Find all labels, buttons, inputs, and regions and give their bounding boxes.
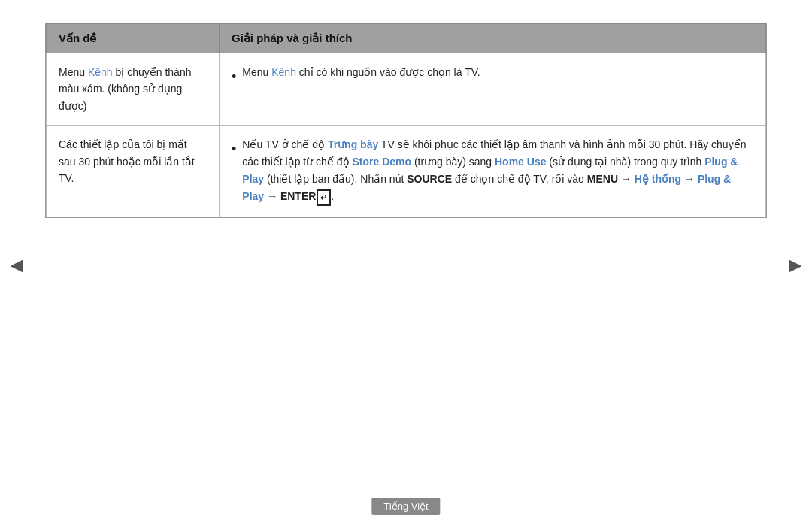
problem-cell-2: Các thiết lập của tôi bị mất sau 30 phút… [47,126,220,217]
solution-text-2: Nếu TV ở chế độ Trưng bày TV sẽ khôi phụ… [242,136,753,206]
kenh-highlight-2: Kênh [271,66,296,78]
footer-language-label: Tiếng Việt [371,498,440,515]
solution-list-2: • Nếu TV ở chế độ Trưng bày TV sẽ khôi p… [232,136,753,206]
solution-cell-1: • Menu Kênh chỉ có khi nguồn vào được ch… [220,53,766,126]
nav-arrow-right[interactable]: ► [785,253,806,277]
list-item: • Menu Kênh chỉ có khi nguồn vào được ch… [232,64,753,89]
solution-cell-2: • Nếu TV ở chế độ Trưng bày TV sẽ khôi p… [220,126,766,217]
content-table: Vấn đề Giải pháp và giải thích Menu Kênh… [46,23,766,217]
bullet-icon: • [232,66,236,89]
trung-bay-highlight: Trưng bày [328,138,378,150]
header-col2: Giải pháp và giải thích [220,24,766,53]
page-container: ◄ ► Vấn đề Giải pháp và giải thích Menu … [0,0,812,530]
enter-label: ENTER↵ [280,190,331,202]
table-header-row: Vấn đề Giải pháp và giải thích [47,24,766,53]
source-label: SOURCE [407,173,452,185]
home-use-highlight: Home Use [495,156,546,168]
store-demo-highlight: Store Demo [352,156,411,168]
kenh-highlight-1: Kênh [88,66,113,78]
header-col1: Vấn đề [47,24,220,53]
bullet-icon: • [232,138,236,161]
content-table-wrapper: Vấn đề Giải pháp và giải thích Menu Kênh… [45,23,767,218]
list-item: • Nếu TV ở chế độ Trưng bày TV sẽ khôi p… [232,136,753,206]
nav-arrow-left[interactable]: ◄ [6,253,27,277]
problem-cell-1: Menu Kênh bị chuyển thành màu xám. (khôn… [47,53,220,126]
enter-icon: ↵ [317,189,331,206]
menu-label: MENU [587,173,618,185]
solution-text-1: Menu Kênh chỉ có khi nguồn vào được chọn… [242,64,480,81]
he-thong-highlight: Hệ thống [635,173,681,185]
table-row: Menu Kênh bị chuyển thành màu xám. (khôn… [47,53,766,126]
table-row: Các thiết lập của tôi bị mất sau 30 phút… [47,126,766,217]
solution-list-1: • Menu Kênh chỉ có khi nguồn vào được ch… [232,64,753,89]
